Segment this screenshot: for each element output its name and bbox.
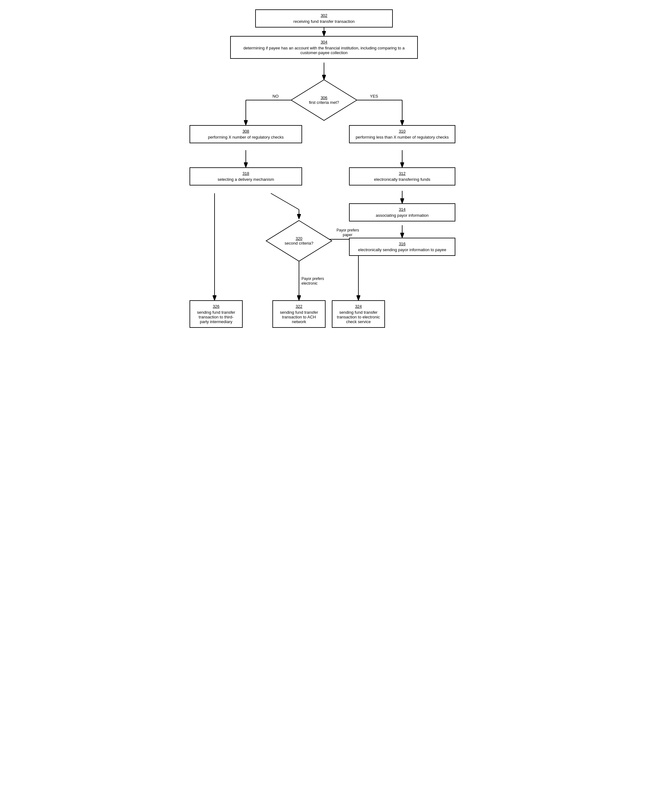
step-312-num: 312 bbox=[354, 171, 450, 176]
step-326-label: sending fund transfer transaction to thi… bbox=[197, 310, 235, 324]
step-322-label: sending fund transfer transaction to ACH… bbox=[280, 310, 318, 324]
step-306-num: 306 bbox=[320, 95, 328, 100]
step-324-num: 324 bbox=[337, 304, 380, 309]
step-316-num: 316 bbox=[354, 241, 450, 246]
box-324: 324 sending fund transfer transaction to… bbox=[332, 300, 385, 328]
svg-text:NO: NO bbox=[272, 94, 279, 99]
box-314: 314 associating payor information bbox=[349, 203, 455, 221]
step-304-label: determining if payee has an account with… bbox=[243, 46, 404, 55]
box-310: 310 performing less than X number of reg… bbox=[349, 125, 455, 143]
diamond-320: 320 second criteria? bbox=[265, 219, 333, 263]
step-318-num: 318 bbox=[195, 171, 297, 176]
box-318: 318 selecting a delivery mechanism bbox=[189, 167, 302, 185]
svg-text:paper: paper bbox=[343, 233, 352, 237]
step-310-num: 310 bbox=[354, 129, 450, 134]
step-322-num: 322 bbox=[277, 304, 320, 309]
box-326: 326 sending fund transfer transaction to… bbox=[189, 300, 243, 328]
step-312-label: electronically transferring funds bbox=[374, 177, 430, 182]
svg-text:YES: YES bbox=[370, 94, 378, 99]
step-326-num: 326 bbox=[195, 304, 238, 309]
step-302-label: receiving fund transfer transaction bbox=[293, 19, 355, 24]
box-308: 308 performing X number of regulatory ch… bbox=[189, 125, 302, 143]
step-304-num: 304 bbox=[235, 40, 413, 44]
box-304: 304 determining if payee has an account … bbox=[230, 36, 418, 59]
diamond-306: 306 first criteria met? bbox=[290, 78, 358, 122]
step-318-label: selecting a delivery mechanism bbox=[218, 177, 274, 182]
step-324-label: sending fund transfer transaction to ele… bbox=[337, 310, 380, 324]
step-314-label: associating payor information bbox=[376, 213, 428, 218]
step-320-label: second criteria? bbox=[285, 241, 313, 246]
box-302: 302 receiving fund transfer transaction bbox=[255, 9, 393, 27]
box-312: 312 electronically transferring funds bbox=[349, 167, 455, 185]
step-310-label: performing less than X number of regulat… bbox=[355, 135, 449, 139]
box-316: 316 electronically sending payor informa… bbox=[349, 238, 455, 256]
step-308-num: 308 bbox=[195, 129, 297, 134]
svg-text:Payor prefers: Payor prefers bbox=[302, 276, 324, 281]
step-320-num: 320 bbox=[296, 236, 302, 241]
svg-text:electronic: electronic bbox=[302, 281, 317, 285]
step-316-label: electronically sending payor information… bbox=[358, 247, 446, 252]
step-302-num: 302 bbox=[260, 13, 388, 18]
step-308-label: performing X number of regulatory checks bbox=[208, 135, 284, 139]
box-322: 322 sending fund transfer transaction to… bbox=[272, 300, 326, 328]
step-314-num: 314 bbox=[354, 207, 450, 212]
svg-line-14 bbox=[271, 193, 299, 209]
flowchart-diagram: NO YES Payor prefers electronic bbox=[183, 6, 465, 375]
step-306-label: first criteria met? bbox=[309, 100, 339, 105]
svg-text:Payor prefers: Payor prefers bbox=[337, 228, 359, 232]
